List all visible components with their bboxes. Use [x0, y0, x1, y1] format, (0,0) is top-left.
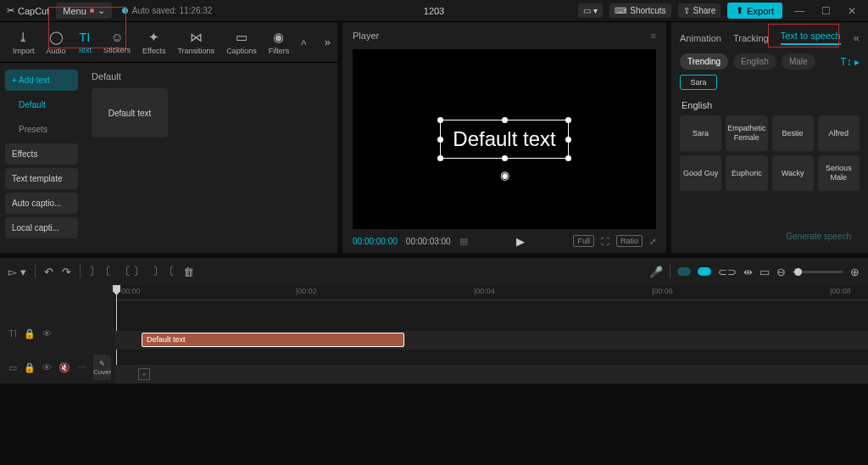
selected-voice-chip[interactable]: Sara [680, 75, 717, 90]
player-menu-icon[interactable]: ≡ [651, 31, 656, 41]
voice-bestie[interactable]: Bestie [772, 115, 814, 151]
tab-stickers[interactable]: ☺Stickers [97, 28, 136, 56]
filter-english[interactable]: English [733, 53, 776, 70]
menu-label: Menu [63, 6, 86, 16]
generate-speech-button[interactable]: Generate speech [777, 227, 860, 246]
expand-icon[interactable]: ⛶ [601, 237, 609, 246]
opt-add-text[interactable]: + Add text [5, 70, 78, 91]
opt-text-template[interactable]: Text template [5, 168, 78, 189]
shortcuts-button[interactable]: ⌨ Shortcuts [609, 3, 670, 18]
window-close[interactable]: ✕ [843, 5, 861, 17]
tab-captions[interactable]: ▭Captions [220, 28, 263, 57]
filter-trending[interactable]: Trending [680, 53, 728, 70]
opt-effects[interactable]: Effects [5, 143, 78, 165]
tab-tracking[interactable]: Tracking [733, 33, 769, 43]
filter-male[interactable]: Male [782, 53, 815, 70]
project-name[interactable]: 1203 [424, 6, 444, 16]
handle-tl[interactable] [437, 117, 443, 123]
split-left-icon[interactable]: 〔 〕 [120, 264, 145, 279]
undo-icon[interactable]: ↶ [44, 266, 53, 278]
opt-default[interactable]: Default [5, 94, 78, 115]
tab-filters[interactable]: ◉Filters [263, 28, 296, 57]
toggle-2[interactable] [698, 267, 711, 276]
handle-tm[interactable] [502, 117, 508, 123]
lock-icon-2[interactable]: 🔒 [24, 362, 36, 373]
handle-mr[interactable] [565, 137, 571, 143]
voice-alfred[interactable]: Alfred [818, 115, 860, 151]
toggle-1[interactable] [677, 267, 691, 276]
canvas-text-box[interactable]: Default text ◉ [440, 120, 568, 159]
main-track-row[interactable]: + [114, 365, 868, 384]
window-minimize[interactable]: — [789, 5, 810, 17]
align-icon[interactable]: ⇹ [743, 266, 753, 278]
tab-audio[interactable]: ◯Audio [41, 28, 72, 57]
opt-presets[interactable]: Presets [5, 119, 78, 140]
voice-euphoric[interactable]: Euphoric [726, 155, 767, 191]
menu-button[interactable]: Menu ⌄ [56, 3, 112, 19]
tab-animation[interactable]: Animation [680, 33, 721, 43]
filter-more-icon[interactable]: T↕ ▸ [840, 56, 860, 68]
opt-local-captions[interactable]: Local capti... [5, 217, 78, 238]
zoom-slider[interactable] [793, 271, 843, 273]
rotate-handle-icon[interactable]: ◉ [500, 169, 509, 182]
autosave-dot-icon [122, 8, 128, 14]
layout-button[interactable]: ▭ ▾ [578, 3, 603, 18]
play-button[interactable]: ▶ [516, 235, 525, 248]
tab-adjust-partial[interactable]: A [295, 36, 312, 48]
handle-ml[interactable] [437, 137, 443, 143]
link-icon[interactable]: ⊂⊃ [718, 266, 737, 278]
asset-default-text[interactable]: Default text [92, 88, 168, 137]
visibility-icon[interactable]: 👁 [42, 328, 52, 339]
cover-button[interactable]: ✎ Cover [93, 355, 111, 380]
text-track-row[interactable]: Default text [114, 331, 868, 350]
collapse-panel-icon[interactable]: « [854, 31, 860, 44]
inspector-panel: Animation Tracking Text to speech « Tren… [671, 22, 868, 253]
fullscreen-icon[interactable]: ⤢ [649, 237, 656, 246]
tab-text-to-speech[interactable]: Text to speech [781, 31, 841, 45]
voice-wacky[interactable]: Wacky [772, 155, 814, 191]
tabs-more-icon[interactable]: » [325, 36, 331, 48]
voice-empathetic-female[interactable]: Empathetic Female [726, 115, 767, 151]
autosave-text: Auto saved: 11:26:32 [132, 6, 213, 15]
add-media-icon[interactable]: + [138, 368, 150, 380]
opt-auto-captions[interactable]: Auto captio... [5, 193, 78, 214]
grid-icon[interactable]: ▦ [459, 236, 468, 247]
handle-bl[interactable] [437, 155, 443, 161]
tab-effects[interactable]: ✦Effects [136, 28, 171, 57]
voice-sara[interactable]: Sara [680, 115, 721, 151]
lock-icon[interactable]: 🔒 [24, 328, 36, 339]
zoom-in-icon[interactable]: ⊕ [850, 266, 860, 278]
text-clip[interactable]: Default text [142, 333, 404, 347]
delete-icon[interactable]: 🗑 [183, 266, 194, 278]
tab-text[interactable]: TIText [72, 28, 98, 56]
split-icon[interactable]: 〕〔 [89, 264, 111, 279]
zoom-out-icon[interactable]: ⊖ [776, 266, 786, 278]
export-button[interactable]: ⬆ Export [727, 3, 782, 19]
voice-good-guy[interactable]: Good Guy [680, 155, 721, 191]
text-icon: TI [79, 30, 90, 44]
mic-icon[interactable]: 🎤 [649, 266, 663, 278]
full-toggle[interactable]: Full [573, 235, 594, 247]
timeline: TI 🔒 👁 ▭ 🔒 👁 🔇 ⋯ ✎ Cover 00:00 |00:02 |0… [0, 285, 868, 384]
handle-tr[interactable] [565, 117, 571, 123]
handle-bm[interactable] [502, 155, 508, 161]
preview-icon[interactable]: ▭ [760, 266, 770, 278]
visibility-icon-2[interactable]: 👁 [42, 362, 52, 373]
track-more-icon[interactable]: ⋯ [77, 362, 86, 373]
player-viewport[interactable]: Default text ◉ [353, 49, 656, 229]
select-tool-icon[interactable]: ▻ ▾ [8, 266, 26, 278]
handle-br[interactable] [565, 155, 571, 161]
mute-icon[interactable]: 🔇 [58, 362, 70, 373]
top-right-controls: ▭ ▾ ⌨ Shortcuts ⇪ Share ⬆ Export — ☐ ✕ [578, 3, 861, 19]
share-button[interactable]: ⇪ Share [678, 3, 721, 18]
voice-serious-male[interactable]: Serious Male [818, 155, 860, 191]
timeline-ruler[interactable]: 00:00 |00:02 |00:04 |00:06 |00:08 [114, 285, 868, 300]
ratio-toggle[interactable]: Ratio [616, 235, 643, 247]
window-maximize[interactable]: ☐ [816, 5, 836, 17]
redo-icon[interactable]: ↷ [62, 266, 71, 278]
tab-transitions[interactable]: ⋈Transitions [171, 28, 220, 57]
timeline-tracks-area[interactable]: 00:00 |00:02 |00:04 |00:06 |00:08 Defaul… [114, 285, 868, 384]
split-right-icon[interactable]: 〕〔 [153, 264, 175, 279]
tab-import[interactable]: ⤓Import [7, 28, 41, 57]
zoom-thumb[interactable] [794, 268, 802, 276]
